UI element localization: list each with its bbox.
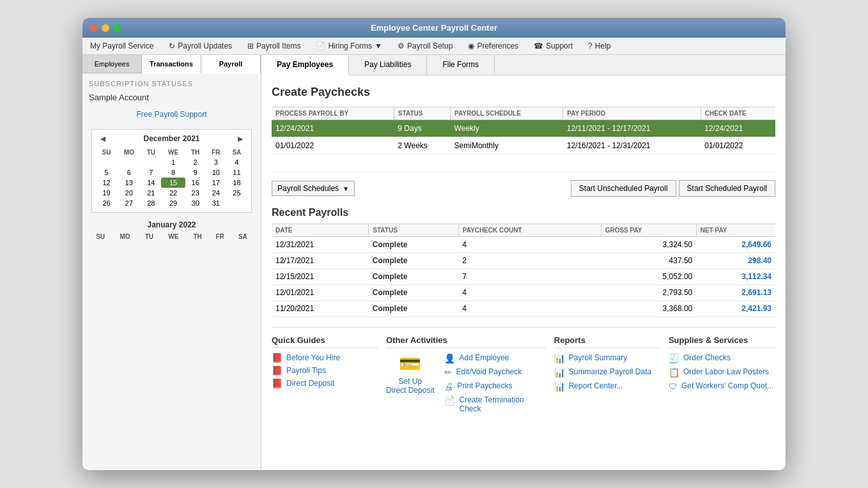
table-row[interactable]: 12/17/2021 Complete 2 437.50 298.40 — [272, 253, 775, 269]
supply-item[interactable]: 🧾 Order Checks — [669, 353, 775, 363]
table-row[interactable]: 12/01/2021 Complete 4 2,793.50 2,691.13 — [272, 285, 775, 301]
cal-cell[interactable]: 28 — [141, 198, 161, 208]
cell-net: 2,649.66 — [696, 237, 775, 253]
cal-prev-button[interactable]: ◄ — [96, 133, 110, 144]
cal-cell[interactable]: 26 — [96, 198, 117, 208]
cal-cell[interactable]: 25 — [226, 188, 247, 198]
cal-next-button[interactable]: ► — [233, 133, 247, 144]
report-item[interactable]: 📊 Report Center... — [554, 381, 661, 392]
quick-guide-item[interactable]: 📕 Before You Hire — [272, 353, 378, 362]
edit-void-paycheck-item[interactable]: ✏ Edit/Void Paycheck — [444, 367, 546, 377]
cal-cell[interactable]: 21 — [141, 188, 161, 198]
cal-cell[interactable]: 12 — [96, 178, 117, 188]
table-row[interactable]: 01/01/2022 2 Weeks SemiMonthly 12/16/202… — [272, 137, 775, 155]
report-item[interactable]: 📊 Summarize Payroll Data — [554, 367, 661, 377]
table-row-empty — [272, 155, 775, 172]
cal-cell[interactable]: 13 — [117, 178, 141, 188]
cell-date: 12/17/2021 — [272, 253, 369, 269]
cal-month-title-dec: December 2021 — [143, 134, 199, 143]
menu-payroll-items[interactable]: ⊞ Payroll Items — [245, 40, 303, 52]
cal-cell[interactable]: 30 — [185, 198, 206, 208]
table-row[interactable]: 12/31/2021 Complete 4 3,324.50 2,649.66 — [272, 237, 775, 253]
tab-payroll[interactable]: Payroll — [201, 55, 261, 73]
add-employee-item[interactable]: 👤 Add Employee — [444, 353, 546, 363]
col-date: DATE — [272, 224, 369, 237]
table-row[interactable]: 12/24/2021 9 Days Weekly 12/11/2021 - 12… — [272, 120, 775, 137]
cal-cell[interactable]: 27 — [117, 198, 141, 208]
cal-cell[interactable]: 20 — [117, 188, 141, 198]
tab-pay-liabilities[interactable]: Pay Liabilities — [349, 55, 427, 75]
cal-cell[interactable] — [226, 198, 247, 208]
menu-support[interactable]: ☎ Support — [531, 40, 575, 52]
cal-cell[interactable] — [96, 157, 117, 167]
cal-cell[interactable]: 1 — [161, 157, 185, 167]
cal-cell[interactable]: 7 — [141, 167, 161, 178]
cal-today-cell[interactable]: 15 — [161, 178, 185, 188]
cal-cell[interactable]: 5 — [96, 167, 117, 178]
cal-cell[interactable]: 9 — [185, 167, 206, 178]
print-paychecks-item[interactable]: 🖨 Print Paychecks — [444, 381, 546, 392]
cell-check-date: 12/24/2021 — [701, 120, 775, 137]
doc-icon: 📄 — [444, 395, 455, 406]
start-unscheduled-button[interactable]: Start Unscheduled Payroll — [571, 180, 676, 197]
dropdown-arrow-icon: ▼ — [375, 42, 382, 50]
cal-cell[interactable] — [117, 157, 141, 167]
cal-cell[interactable]: 4 — [226, 157, 247, 167]
cal-day-th: TH — [185, 148, 206, 157]
cal-cell[interactable]: 31 — [206, 198, 226, 208]
menu-hiring-forms[interactable]: 📄 Hiring Forms ▼ — [313, 40, 385, 52]
cal-cell[interactable]: 16 — [185, 178, 206, 188]
supply-item[interactable]: 🛡 Get Workers' Comp Quot... — [669, 381, 775, 392]
supplies-panel: Supplies & Services 🧾 Order Checks 📋 Ord… — [669, 335, 775, 417]
start-scheduled-button[interactable]: Start Scheduled Payroll — [679, 180, 775, 197]
cell-date: 12/01/2021 — [272, 285, 369, 301]
cal-cell[interactable]: 8 — [161, 167, 185, 178]
minimize-button[interactable] — [102, 24, 109, 32]
cal-cell[interactable]: 17 — [206, 178, 226, 188]
supply-item[interactable]: 📋 Order Labor Law Posters — [669, 367, 775, 377]
cal-cell[interactable]: 24 — [206, 188, 226, 198]
cal-cell[interactable]: 14 — [141, 178, 161, 188]
maximize-button[interactable] — [113, 24, 121, 32]
cal-cell[interactable]: 23 — [185, 188, 206, 198]
tab-employees[interactable]: Employees — [82, 55, 142, 73]
create-termination-item[interactable]: 📄 Create Termination Check — [444, 395, 546, 413]
tab-file-forms[interactable]: File Forms — [427, 55, 495, 75]
cal-cell[interactable]: 2 — [185, 157, 206, 167]
workers-icon: 🛡 — [669, 381, 678, 392]
menu-payroll-updates[interactable]: ↻ Payroll Updates — [166, 40, 235, 52]
payroll-schedules-dropdown[interactable]: Payroll Schedules ▼ — [272, 181, 355, 196]
report-item[interactable]: 📊 Payroll Summary — [554, 353, 661, 363]
menu-help[interactable]: ? Help — [585, 40, 613, 52]
cal-cell[interactable]: 11 — [226, 167, 247, 178]
menubar: My Payroll Service ↻ Payroll Updates ⊞ P… — [82, 38, 786, 55]
cal-cell[interactable]: 6 — [117, 167, 141, 178]
cal-cell[interactable]: 10 — [206, 167, 226, 178]
cal-cell[interactable] — [141, 157, 161, 167]
free-support-link[interactable]: Free Payroll Support — [89, 110, 254, 119]
tab-pay-employees[interactable]: Pay Employees — [261, 55, 349, 75]
cal-cell[interactable]: 29 — [161, 198, 185, 208]
cell-check-date: 01/01/2022 — [701, 137, 775, 155]
cell-status: Complete — [369, 237, 458, 253]
tab-transactions[interactable]: Transactions — [142, 55, 201, 73]
cal-day: WE — [160, 232, 187, 241]
cell-schedule: Weekly — [451, 120, 563, 137]
cal-cell[interactable]: 22 — [161, 188, 185, 198]
supply-label: Order Checks — [683, 353, 731, 362]
cal-cell[interactable]: 3 — [206, 157, 226, 167]
reports-title: Reports — [554, 335, 661, 348]
close-button[interactable] — [90, 24, 98, 32]
cal-cell[interactable]: 18 — [226, 178, 247, 188]
menu-payroll-setup[interactable]: ⚙ Payroll Setup — [395, 40, 455, 52]
table-row[interactable]: 12/15/2021 Complete 7 5,052.00 3,112.34 — [272, 269, 775, 285]
menu-preferences[interactable]: ◉ Preferences — [465, 40, 521, 52]
pdf-icon: 📕 — [272, 366, 283, 375]
cal-cell[interactable]: 19 — [96, 188, 117, 198]
report-label: Report Center... — [569, 381, 623, 390]
set-up-direct-deposit[interactable]: 💳 Set Up Direct Deposit — [386, 353, 434, 417]
table-row[interactable]: 11/20/2021 Complete 4 3,368.00 2,421.93 — [272, 301, 775, 317]
pdf-icon: 📕 — [272, 353, 283, 362]
quick-guide-item[interactable]: 📕 Payroll Tips — [272, 366, 378, 375]
quick-guide-item[interactable]: 📕 Direct Deposit — [272, 379, 378, 388]
